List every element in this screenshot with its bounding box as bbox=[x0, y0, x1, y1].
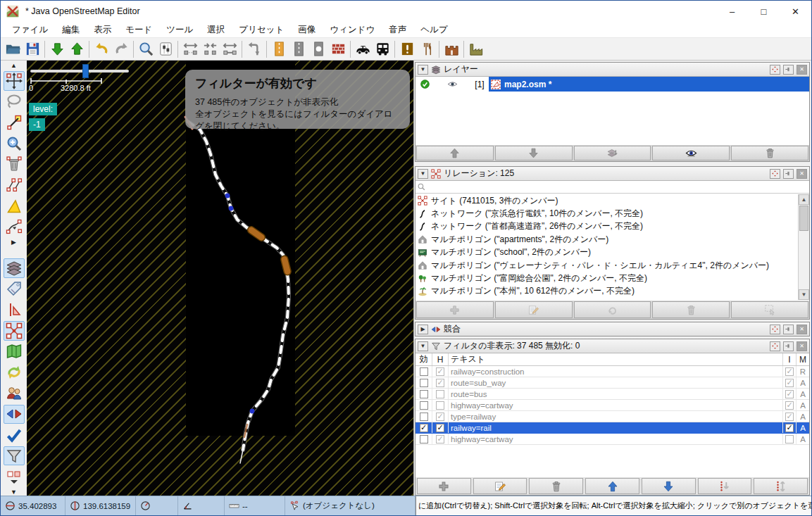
relations-scrollbar[interactable]: ▲ ▼ bbox=[798, 194, 809, 300]
minimize-button[interactable]: – bbox=[716, 1, 748, 22]
sticky-icon[interactable] bbox=[770, 169, 780, 179]
map-canvas[interactable]: 0 3280.8 ft level: -1 フィルターが有効です 37 485件… bbox=[27, 61, 413, 497]
menu-item-3[interactable]: モード bbox=[118, 23, 159, 37]
zoom-slider-handle[interactable] bbox=[82, 64, 89, 78]
menu-item-10[interactable]: ヘルプ bbox=[413, 23, 454, 37]
relation-list-item-0[interactable]: サイト (7411015, 3件のメンバー) bbox=[416, 194, 798, 207]
relation-search-input[interactable] bbox=[426, 182, 808, 192]
add-relation-button[interactable] bbox=[416, 301, 494, 318]
duplicate-relation-button[interactable] bbox=[574, 301, 651, 318]
relation-list-item-5[interactable]: マルチポリゴン ("ヴェレーナシティ・パレ・ド・シエル・カルティエ4", 2件の… bbox=[416, 259, 798, 272]
preferences-button[interactable] bbox=[156, 39, 175, 59]
scroll-up-icon[interactable]: ▲ bbox=[799, 194, 809, 205]
sticky-icon[interactable] bbox=[770, 325, 780, 334]
filter-hiding-checkbox[interactable] bbox=[436, 390, 444, 398]
filter-inverted-checkbox[interactable] bbox=[785, 435, 794, 443]
filter-hiding-checkbox[interactable]: ✓ bbox=[436, 413, 444, 421]
menu-item-5[interactable]: 選択 bbox=[200, 23, 232, 37]
preset-factory-button[interactable] bbox=[466, 39, 486, 59]
close-panel-icon[interactable]: ✕ bbox=[797, 325, 807, 334]
delete-tool[interactable] bbox=[4, 155, 25, 175]
filter-inverted-checkbox[interactable]: ✓ bbox=[785, 413, 794, 421]
preset-hazard-button[interactable] bbox=[397, 39, 417, 59]
menu-item-2[interactable]: 表示 bbox=[87, 23, 118, 37]
layer-merge-button[interactable] bbox=[574, 146, 651, 161]
filter-row-6[interactable]: ✓highway=cartwayA bbox=[416, 434, 809, 445]
upload-data-button[interactable] bbox=[67, 39, 87, 59]
menu-item-9[interactable]: 音声 bbox=[382, 23, 413, 37]
filter-row-4[interactable]: ✓type=railway✓A bbox=[416, 411, 809, 422]
preset-road-button[interactable] bbox=[289, 39, 308, 59]
zoom-in-tool[interactable] bbox=[4, 134, 25, 153]
minimap-dialog-toggle[interactable] bbox=[4, 467, 25, 486]
merge-nodes-button[interactable] bbox=[200, 39, 220, 59]
preset-car-button[interactable] bbox=[353, 39, 373, 59]
extrude-tool[interactable] bbox=[4, 196, 25, 216]
draw-nodes-tool[interactable] bbox=[4, 113, 25, 132]
filter-enabled-checkbox[interactable]: ✓ bbox=[420, 424, 428, 432]
more-tools-button[interactable]: ▶ bbox=[4, 238, 25, 246]
move-filter-down-button[interactable] bbox=[642, 478, 696, 494]
collapse-icon[interactable]: ▼ bbox=[418, 65, 428, 75]
changeset-dialog-toggle[interactable] bbox=[4, 363, 25, 382]
edit-relation-button[interactable] bbox=[495, 301, 573, 318]
conflicts-dialog-toggle[interactable] bbox=[4, 405, 25, 424]
relation-list-item-6[interactable]: マルチポリゴン ("富岡総合公園", 2件のメンバー, 不完全) bbox=[416, 272, 798, 284]
layer-move-down-button[interactable] bbox=[495, 146, 573, 161]
preset-bus-button[interactable] bbox=[373, 39, 392, 59]
close-panel-icon[interactable]: ✕ bbox=[797, 341, 807, 351]
filter-inverted-checkbox[interactable]: ✓ bbox=[785, 401, 794, 410]
filter-inverted-checkbox[interactable]: ✓ bbox=[785, 379, 794, 387]
filter-enabled-checkbox[interactable] bbox=[420, 367, 428, 376]
scroll-up-button[interactable]: ▲ bbox=[4, 61, 25, 70]
unglue-ways-button[interactable] bbox=[180, 39, 200, 59]
sticky-icon[interactable] bbox=[770, 65, 780, 75]
relation-list-item-2[interactable]: ネットワーク ("首都高速道路", 26件のメンバー, 不完全) bbox=[416, 220, 798, 233]
move-filter-up-button[interactable] bbox=[585, 478, 639, 494]
filter-enabled-checkbox[interactable] bbox=[420, 401, 428, 410]
open-file-button[interactable] bbox=[3, 39, 23, 59]
preset-wall-button[interactable] bbox=[328, 39, 348, 59]
follow-line-button[interactable] bbox=[244, 39, 264, 59]
collapse-icon[interactable]: ▼ bbox=[418, 169, 428, 179]
redo-button[interactable] bbox=[111, 39, 131, 59]
station-markers[interactable] bbox=[246, 225, 292, 276]
menu-item-0[interactable]: ファイル bbox=[5, 23, 55, 37]
dock-icon[interactable] bbox=[783, 169, 794, 179]
save-button[interactable] bbox=[23, 39, 42, 59]
filter-inverted-checkbox[interactable]: ✓ bbox=[785, 390, 794, 398]
filter-hiding-checkbox[interactable]: ✓ bbox=[436, 435, 444, 443]
relation-list-item-1[interactable]: ネットワーク ("京浜急行電鉄", 10件のメンバー, 不完全) bbox=[416, 207, 798, 220]
filter-row-2[interactable]: route=bus✓A bbox=[416, 389, 809, 400]
zoom-to-selection-button[interactable] bbox=[136, 39, 156, 59]
sticky-icon[interactable] bbox=[770, 341, 780, 351]
filter-enabled-checkbox[interactable] bbox=[420, 379, 428, 387]
menu-item-4[interactable]: ツール bbox=[159, 23, 200, 37]
menu-item-8[interactable]: ウィンドウ bbox=[323, 23, 382, 37]
layer-visibility-button[interactable] bbox=[652, 146, 730, 161]
preset-mini-roundabout-button[interactable] bbox=[308, 39, 328, 59]
relations-dialog-toggle[interactable] bbox=[4, 321, 25, 341]
dock-icon[interactable] bbox=[783, 341, 794, 351]
filter-dialog-toggle[interactable] bbox=[4, 446, 25, 466]
maximize-button[interactable]: □ bbox=[748, 1, 780, 22]
active-layer-check-icon[interactable] bbox=[416, 79, 434, 89]
lasso-tool[interactable] bbox=[4, 92, 25, 112]
layer-delete-button[interactable] bbox=[731, 146, 808, 161]
preset-motorway-button[interactable] bbox=[269, 39, 289, 59]
scrollbar-thumb[interactable] bbox=[799, 206, 808, 231]
menu-item-1[interactable]: 編集 bbox=[55, 23, 87, 37]
close-panel-icon[interactable]: ✕ bbox=[797, 169, 807, 179]
layer-name-cell[interactable]: map2.osm * bbox=[489, 77, 809, 92]
scroll-down-icon[interactable]: ▼ bbox=[799, 289, 809, 300]
menu-item-6[interactable]: プリセット bbox=[232, 23, 291, 37]
dock-icon[interactable] bbox=[783, 65, 794, 75]
mappaint-dialog-toggle[interactable] bbox=[4, 342, 25, 362]
filter-row-5[interactable]: ✓✓railway=rail✓A bbox=[416, 422, 809, 434]
select-move-tool[interactable] bbox=[4, 71, 25, 91]
dock-icon[interactable] bbox=[783, 325, 794, 334]
improve-accuracy-tool[interactable] bbox=[4, 218, 25, 237]
filter-hiding-checkbox[interactable] bbox=[436, 401, 444, 410]
delete-relation-button[interactable] bbox=[652, 301, 730, 318]
filter-row-3[interactable]: highway=cartway✓A bbox=[416, 400, 809, 411]
